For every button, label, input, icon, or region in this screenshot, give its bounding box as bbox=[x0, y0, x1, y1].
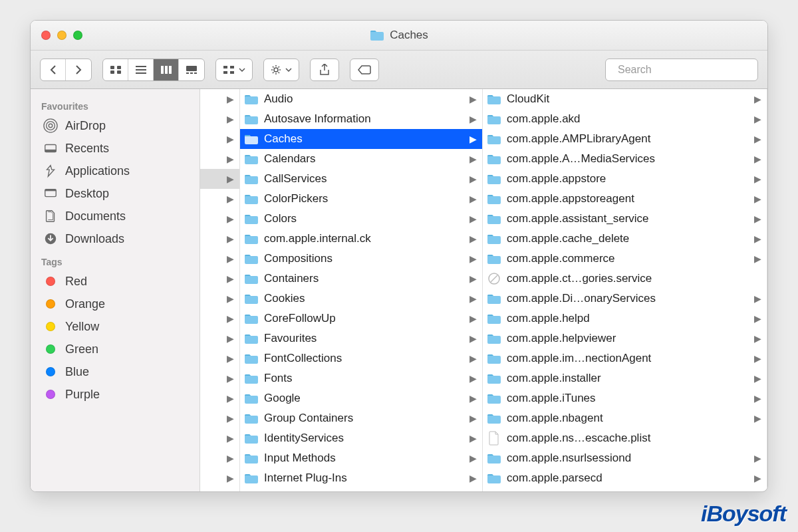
folder-row[interactable]: CallServices▶ bbox=[240, 169, 482, 189]
sidebar-item-blue[interactable]: Blue bbox=[37, 360, 193, 383]
folder-row[interactable]: com.apple.AMPLibraryAgent▶ bbox=[483, 129, 767, 149]
sidebar-item-label: Desktop bbox=[65, 187, 109, 201]
view-gallery-button[interactable] bbox=[179, 59, 204, 80]
applications-icon bbox=[43, 163, 59, 179]
folder-row[interactable]: Audio▶ bbox=[240, 89, 482, 109]
zoom-window-button[interactable] bbox=[73, 31, 82, 40]
folder-row[interactable]: Group Containers▶ bbox=[240, 408, 482, 428]
column-0-row[interactable]: ▶ bbox=[200, 388, 239, 408]
column-0-row[interactable]: ▶ bbox=[200, 448, 239, 468]
column-0-row[interactable]: ▶ bbox=[200, 89, 239, 109]
sidebar-item-downloads[interactable]: Downloads bbox=[37, 227, 193, 250]
folder-row[interactable]: com.apple.helpd▶ bbox=[483, 309, 767, 329]
folder-row[interactable]: Input Methods▶ bbox=[240, 448, 482, 468]
sidebar-item-purple[interactable]: Purple bbox=[37, 383, 193, 406]
tags-button[interactable] bbox=[350, 59, 379, 81]
item-name: com.apple.akd bbox=[507, 112, 581, 126]
column-0-row[interactable]: ▶ bbox=[200, 348, 239, 368]
folder-row[interactable]: com.apple.Di…onaryServices▶ bbox=[483, 289, 767, 309]
folder-row[interactable]: com.apple.commerce▶ bbox=[483, 249, 767, 269]
column-0-row[interactable]: ▶ bbox=[200, 289, 239, 309]
column-0-row[interactable]: ▶ bbox=[200, 329, 239, 348]
folder-row[interactable]: Internet Plug-Ins▶ bbox=[240, 468, 482, 488]
column-0-row[interactable]: ▶ bbox=[200, 428, 239, 448]
view-icon-button[interactable] bbox=[103, 59, 128, 80]
minimize-window-button[interactable] bbox=[57, 31, 66, 40]
folder-row[interactable]: com.apple.parsecd▶ bbox=[483, 468, 767, 488]
share-button[interactable] bbox=[310, 59, 339, 81]
column-0-row[interactable]: ▶ bbox=[200, 149, 239, 169]
back-button[interactable] bbox=[41, 59, 66, 80]
column-0-row[interactable]: ▶ bbox=[200, 109, 239, 129]
folder-row[interactable]: com.apple.nbagent▶ bbox=[483, 408, 767, 428]
sidebar-item-label: Documents bbox=[65, 209, 126, 223]
column-0-row[interactable]: ▶ bbox=[200, 368, 239, 388]
action-button[interactable] bbox=[263, 59, 299, 81]
folder-row[interactable]: com.apple.assistant_service▶ bbox=[483, 209, 767, 229]
close-window-button[interactable] bbox=[41, 31, 51, 40]
folder-icon bbox=[487, 412, 501, 424]
folder-row[interactable]: Fonts▶ bbox=[240, 368, 482, 388]
column-0-row[interactable]: ▶ bbox=[200, 169, 239, 189]
sidebar-item-orange[interactable]: Orange bbox=[37, 293, 193, 315]
search-field[interactable] bbox=[605, 59, 758, 81]
folder-row[interactable]: com.apple.internal.ck▶ bbox=[240, 229, 482, 249]
view-column-button[interactable] bbox=[154, 59, 179, 80]
column-1[interactable]: Audio▶Autosave Information▶Caches▶Calend… bbox=[240, 89, 483, 491]
column-0[interactable]: ▶▶▶▶▶▶▶▶▶▶▶▶▶▶▶▶▶▶▶▶ bbox=[200, 89, 240, 491]
folder-row[interactable]: ColorPickers▶ bbox=[240, 189, 482, 209]
column-0-row[interactable]: ▶ bbox=[200, 209, 239, 229]
sidebar-item-red[interactable]: Red bbox=[37, 270, 193, 293]
folder-row[interactable]: Compositions▶ bbox=[240, 249, 482, 269]
forward-button[interactable] bbox=[66, 59, 91, 80]
sidebar-item-airdrop[interactable]: AirDrop bbox=[37, 114, 193, 137]
column-0-row[interactable]: ▶ bbox=[200, 408, 239, 428]
folder-row[interactable]: com.apple.nsurlsessiond▶ bbox=[483, 448, 767, 468]
folder-row[interactable]: Google▶ bbox=[240, 388, 482, 408]
folder-row[interactable]: Cookies▶ bbox=[240, 289, 482, 309]
folder-row[interactable]: com.apple.helpviewer▶ bbox=[483, 329, 767, 348]
folder-row[interactable]: Caches▶ bbox=[240, 129, 482, 149]
folder-row[interactable]: Calendars▶ bbox=[240, 149, 482, 169]
search-input[interactable] bbox=[618, 64, 751, 76]
folder-row[interactable]: com.apple.appstore▶ bbox=[483, 169, 767, 189]
sidebar-item-desktop[interactable]: Desktop bbox=[37, 182, 193, 205]
folder-icon bbox=[487, 233, 501, 245]
view-list-button[interactable] bbox=[128, 59, 154, 80]
sidebar-item-yellow[interactable]: Yellow bbox=[37, 315, 193, 338]
folder-row[interactable]: FontCollections▶ bbox=[240, 348, 482, 368]
folder-row[interactable]: IdentityServices▶ bbox=[240, 428, 482, 448]
column-0-row[interactable]: ▶ bbox=[200, 309, 239, 329]
folder-row[interactable]: Containers▶ bbox=[240, 269, 482, 289]
folder-row[interactable]: CloudKit▶ bbox=[483, 89, 767, 109]
folder-row[interactable]: Autosave Information▶ bbox=[240, 109, 482, 129]
folder-row[interactable]: Colors▶ bbox=[240, 209, 482, 229]
svg-rect-14 bbox=[223, 66, 227, 68]
group-by-button[interactable] bbox=[215, 59, 253, 81]
sidebar-section-header: Favourites bbox=[41, 101, 189, 112]
sidebar-item-green[interactable]: Green bbox=[37, 338, 193, 360]
folder-row[interactable]: com.apple.iTunes▶ bbox=[483, 388, 767, 408]
column-0-row[interactable]: ▶ bbox=[200, 129, 239, 149]
folder-row[interactable]: com.apple.installer▶ bbox=[483, 368, 767, 388]
folder-icon bbox=[487, 352, 501, 364]
sidebar-item-recents[interactable]: Recents bbox=[37, 137, 193, 160]
sidebar-item-documents[interactable]: Documents bbox=[37, 205, 193, 227]
column-0-row[interactable]: ▶ bbox=[200, 269, 239, 289]
folder-row[interactable]: com.apple.cache_delete▶ bbox=[483, 229, 767, 249]
sidebar-item-applications[interactable]: Applications bbox=[37, 160, 193, 182]
column-0-row[interactable]: ▶ bbox=[200, 249, 239, 269]
svg-rect-4 bbox=[136, 66, 146, 67]
folder-row[interactable]: com.apple.appstoreagent▶ bbox=[483, 189, 767, 209]
folder-row[interactable]: com.apple.akd▶ bbox=[483, 109, 767, 129]
folder-row[interactable]: CoreFollowUp▶ bbox=[240, 309, 482, 329]
folder-row[interactable]: com.apple.A…MediaServices▶ bbox=[483, 149, 767, 169]
column-0-row[interactable]: ▶ bbox=[200, 468, 239, 488]
column-0-row[interactable]: ▶ bbox=[200, 189, 239, 209]
file-row[interactable]: com.apple.ns…escache.plist bbox=[483, 428, 767, 448]
folder-row[interactable]: Favourites▶ bbox=[240, 329, 482, 348]
folder-row[interactable]: com.apple.ct…gories.service bbox=[483, 269, 767, 289]
column-2[interactable]: CloudKit▶com.apple.akd▶com.apple.AMPLibr… bbox=[483, 89, 767, 491]
column-0-row[interactable]: ▶ bbox=[200, 229, 239, 249]
folder-row[interactable]: com.apple.im…nectionAgent▶ bbox=[483, 348, 767, 368]
